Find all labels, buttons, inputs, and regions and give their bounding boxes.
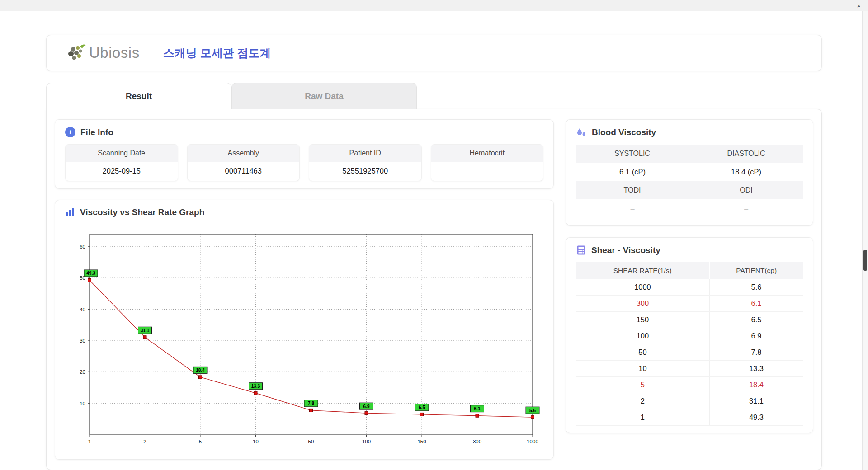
- field-value: 000711463: [188, 162, 300, 181]
- close-icon[interactable]: ×: [857, 2, 861, 9]
- chart-wrap: 1020304050601251050100150300100049.331.1…: [65, 224, 543, 452]
- shear-row-10: 1013.3: [576, 361, 803, 377]
- shear-rate-cell: 50: [576, 344, 709, 361]
- file-field-assembly: Assembly000711463: [187, 144, 300, 181]
- scrollbar-thumb[interactable]: [863, 250, 867, 271]
- content-panel: i File Info Scanning Date2025-09-15Assem…: [46, 109, 822, 470]
- patient-cp-cell: 6.5: [709, 312, 803, 328]
- svg-text:50: 50: [308, 439, 314, 444]
- bv-label-todi: TODI: [576, 181, 689, 199]
- svg-text:10: 10: [80, 401, 85, 406]
- field-label: Scanning Date: [66, 145, 178, 162]
- shear-col-shear-rate-1-s: SHEAR RATE(1/s): [576, 262, 709, 279]
- calculator-icon: [576, 245, 586, 255]
- svg-text:1000: 1000: [527, 439, 538, 444]
- file-field-patient-id: Patient ID52551925700: [309, 144, 422, 181]
- bv-label-systolic: SYSTOLIC: [576, 145, 689, 163]
- shear-viscosity-table: SHEAR RATE(1/s)PATIENT(cp) 10005.63006.1…: [576, 262, 803, 426]
- svg-text:2: 2: [143, 439, 146, 444]
- field-value: 2025-09-15: [66, 162, 178, 181]
- shear-rate-cell: 1: [576, 409, 709, 426]
- blood-viscosity-grid: SYSTOLICDIASTOLIC6.1 (cP)18.4 (cP)TODIOD…: [576, 145, 803, 218]
- shear-viscosity-title: Shear - Viscosity: [591, 245, 660, 255]
- shear-rate-cell: 1000: [576, 279, 709, 296]
- patient-cp-cell: 18.4: [709, 377, 803, 393]
- logo-berries-icon: [66, 43, 87, 62]
- ubiosis-logo: Ubiosis: [66, 43, 140, 62]
- right-column: Blood Viscosity SYSTOLICDIASTOLIC6.1 (cP…: [566, 119, 813, 460]
- shear-row-2: 231.1: [576, 393, 803, 409]
- graph-card: Viscosity vs Shear Rate Graph 1020304050…: [55, 200, 554, 460]
- shear-row-1: 149.3: [576, 409, 803, 426]
- field-value: 52551925700: [309, 162, 421, 181]
- tab-raw-data[interactable]: Raw Data: [231, 83, 417, 109]
- shear-table-body: 10005.63006.11506.51006.9507.81013.3518.…: [576, 279, 803, 426]
- viscosity-chart: 1020304050601251050100150300100049.331.1…: [68, 224, 542, 450]
- svg-text:100: 100: [362, 439, 371, 444]
- shear-row-5: 518.4: [576, 377, 803, 393]
- shear-rate-cell: 5: [576, 377, 709, 393]
- svg-text:31.1: 31.1: [141, 328, 150, 333]
- window-titlebar: ×: [0, 0, 868, 11]
- tab-bar: Result Raw Data: [46, 83, 822, 109]
- blood-viscosity-card: Blood Viscosity SYSTOLICDIASTOLIC6.1 (cP…: [566, 119, 813, 226]
- shear-rate-cell: 150: [576, 312, 709, 328]
- bv-value-odi: –: [689, 199, 803, 218]
- svg-text:13.3: 13.3: [251, 384, 260, 389]
- shear-table-head: SHEAR RATE(1/s)PATIENT(cp): [576, 262, 803, 279]
- svg-text:5.6: 5.6: [529, 408, 536, 413]
- bar-chart-icon: [65, 207, 75, 217]
- shear-row-300: 3006.1: [576, 296, 803, 312]
- svg-text:150: 150: [417, 439, 426, 444]
- svg-text:5: 5: [199, 439, 202, 444]
- field-label: Hematocrit: [431, 145, 543, 162]
- shear-viscosity-header: Shear - Viscosity: [576, 245, 803, 255]
- blood-viscosity-title: Blood Viscosity: [592, 127, 656, 137]
- file-info-title: File Info: [80, 127, 113, 137]
- vertical-scrollbar[interactable]: [862, 11, 868, 470]
- logo-text: Ubiosis: [89, 44, 140, 61]
- header-card: Ubiosis 스캐닝 모세관 점도계: [46, 35, 822, 71]
- bv-value-todi: –: [576, 199, 689, 218]
- shear-rate-cell: 10: [576, 361, 709, 377]
- info-icon: i: [65, 127, 75, 137]
- shear-rate-cell: 2: [576, 393, 709, 409]
- svg-text:10: 10: [253, 439, 259, 444]
- svg-text:300: 300: [473, 439, 481, 444]
- patient-cp-cell: 7.8: [709, 344, 803, 361]
- svg-text:7.8: 7.8: [308, 401, 314, 406]
- shear-row-150: 1506.5: [576, 312, 803, 328]
- left-column: i File Info Scanning Date2025-09-15Assem…: [55, 119, 554, 460]
- blood-viscosity-header: Blood Viscosity: [576, 127, 803, 138]
- svg-text:40: 40: [80, 307, 85, 312]
- file-info-card: i File Info Scanning Date2025-09-15Assem…: [55, 119, 554, 189]
- svg-text:30: 30: [80, 338, 85, 343]
- patient-cp-cell: 6.9: [709, 328, 803, 344]
- file-field-hematocrit: Hematocrit: [431, 144, 544, 181]
- shear-viscosity-card: Shear - Viscosity SHEAR RATE(1/s)PATIENT…: [566, 237, 813, 433]
- shear-row-100: 1006.9: [576, 328, 803, 344]
- svg-text:49.3: 49.3: [86, 271, 95, 276]
- patient-cp-cell: 6.1: [709, 296, 803, 312]
- shear-row-50: 507.8: [576, 344, 803, 361]
- field-label: Assembly: [188, 145, 300, 162]
- shear-row-1000: 10005.6: [576, 279, 803, 296]
- graph-header: Viscosity vs Shear Rate Graph: [65, 207, 543, 217]
- file-info-header: i File Info: [65, 127, 543, 137]
- svg-text:1: 1: [88, 439, 91, 444]
- patient-cp-cell: 13.3: [709, 361, 803, 377]
- patient-cp-cell: 31.1: [709, 393, 803, 409]
- svg-text:6.9: 6.9: [363, 404, 370, 409]
- svg-text:20: 20: [80, 369, 85, 375]
- shear-rate-cell: 100: [576, 328, 709, 344]
- bv-label-diastolic: DIASTOLIC: [689, 145, 803, 163]
- tab-result[interactable]: Result: [46, 83, 231, 109]
- shear-rate-cell: 300: [576, 296, 709, 312]
- field-value: [431, 162, 543, 172]
- main-page: Ubiosis 스캐닝 모세관 점도계 Result Raw Data i Fi…: [46, 11, 822, 470]
- graph-title: Viscosity vs Shear Rate Graph: [80, 207, 204, 217]
- patient-cp-cell: 5.6: [709, 279, 803, 296]
- bv-value-systolic: 6.1 (cP): [576, 163, 689, 181]
- droplets-icon: [576, 127, 587, 138]
- bv-value-diastolic: 18.4 (cP): [689, 163, 803, 181]
